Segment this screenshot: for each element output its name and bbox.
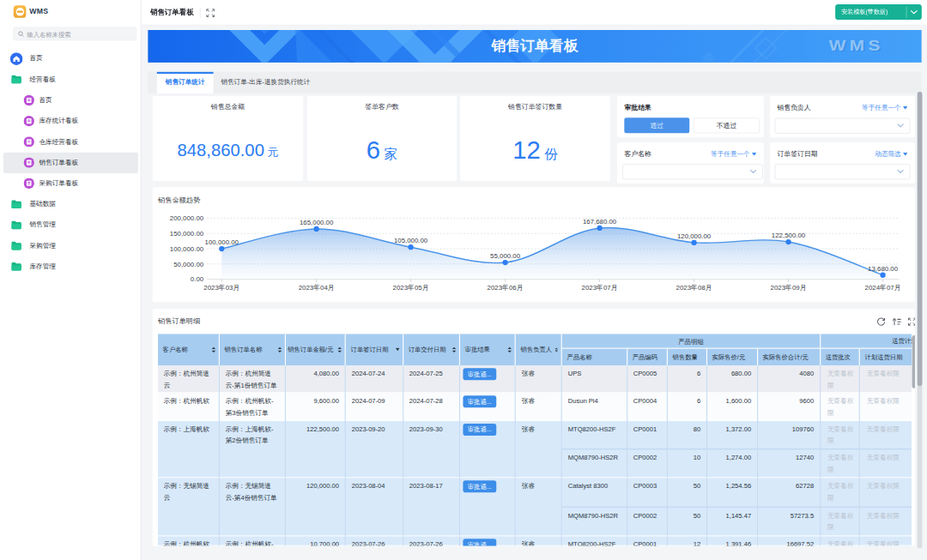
svg-text:122,500.00: 122,500.00 (772, 232, 806, 239)
svg-text:167,680.00: 167,680.00 (583, 218, 617, 226)
svg-text:13,680.00: 13,680.00 (868, 264, 899, 272)
svg-text:0.00: 0.00 (191, 275, 204, 283)
svg-text:150,000.00: 150,000.00 (170, 230, 204, 238)
svg-text:55,000.00: 55,000.00 (490, 252, 521, 260)
svg-text:2023年09月: 2023年09月 (771, 284, 807, 292)
svg-text:50,000.00: 50,000.00 (173, 260, 204, 268)
svg-text:165,000.00: 165,000.00 (300, 219, 334, 226)
svg-text:2023年08月: 2023年08月 (676, 284, 712, 292)
svg-text:2023年04月: 2023年04月 (299, 284, 335, 292)
svg-text:2023年07月: 2023年07月 (582, 284, 618, 292)
svg-text:105,000.00: 105,000.00 (394, 237, 428, 244)
svg-text:100,000.00: 100,000.00 (170, 245, 204, 253)
svg-text:120,000.00: 120,000.00 (677, 232, 712, 240)
svg-text:2023年05月: 2023年05月 (393, 284, 429, 292)
svg-text:200,000.00: 200,000.00 (170, 214, 204, 222)
svg-text:2024年07月: 2024年07月 (865, 284, 901, 292)
svg-text:2023年03月: 2023年03月 (204, 284, 240, 292)
svg-text:2023年06月: 2023年06月 (488, 284, 524, 292)
svg-text:100,000.00: 100,000.00 (205, 238, 239, 246)
